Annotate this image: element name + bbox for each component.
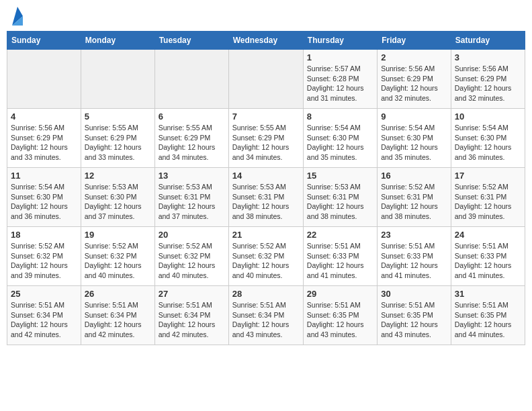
calendar-day-header: Wednesday bbox=[228, 32, 303, 50]
day-info: Sunrise: 5:57 AM Sunset: 6:28 PM Dayligh… bbox=[307, 64, 373, 103]
calendar-week-row: 25Sunrise: 5:51 AM Sunset: 6:34 PM Dayli… bbox=[7, 286, 525, 345]
calendar-header-row: SundayMondayTuesdayWednesdayThursdayFrid… bbox=[7, 32, 525, 50]
calendar-cell: 13Sunrise: 5:53 AM Sunset: 6:31 PM Dayli… bbox=[154, 168, 228, 227]
day-info: Sunrise: 5:53 AM Sunset: 6:30 PM Dayligh… bbox=[85, 182, 151, 222]
calendar-cell: 27Sunrise: 5:51 AM Sunset: 6:34 PM Dayli… bbox=[154, 286, 228, 345]
calendar-cell: 25Sunrise: 5:51 AM Sunset: 6:34 PM Dayli… bbox=[7, 286, 81, 345]
calendar-cell: 24Sunrise: 5:51 AM Sunset: 6:33 PM Dayli… bbox=[451, 227, 525, 286]
calendar-cell bbox=[81, 50, 154, 109]
day-number: 23 bbox=[381, 230, 447, 240]
day-info: Sunrise: 5:54 AM Sunset: 6:30 PM Dayligh… bbox=[381, 123, 447, 163]
calendar-cell: 29Sunrise: 5:51 AM Sunset: 6:35 PM Dayli… bbox=[303, 286, 377, 345]
calendar-cell: 11Sunrise: 5:54 AM Sunset: 6:30 PM Dayli… bbox=[7, 168, 81, 227]
day-number: 13 bbox=[159, 171, 225, 181]
day-info: Sunrise: 5:51 AM Sunset: 6:35 PM Dayligh… bbox=[381, 300, 447, 340]
calendar-cell: 3Sunrise: 5:56 AM Sunset: 6:29 PM Daylig… bbox=[451, 50, 525, 109]
calendar-week-row: 11Sunrise: 5:54 AM Sunset: 6:30 PM Dayli… bbox=[7, 168, 525, 227]
day-info: Sunrise: 5:51 AM Sunset: 6:35 PM Dayligh… bbox=[455, 300, 521, 340]
day-number: 20 bbox=[159, 230, 225, 240]
calendar-cell: 26Sunrise: 5:51 AM Sunset: 6:34 PM Dayli… bbox=[81, 286, 154, 345]
day-number: 30 bbox=[381, 289, 447, 299]
day-number: 5 bbox=[85, 111, 151, 122]
day-number: 18 bbox=[11, 230, 77, 240]
day-info: Sunrise: 5:52 AM Sunset: 6:32 PM Dayligh… bbox=[85, 241, 151, 281]
calendar-cell: 17Sunrise: 5:52 AM Sunset: 6:31 PM Dayli… bbox=[451, 168, 525, 227]
day-number: 11 bbox=[11, 171, 77, 181]
day-number: 21 bbox=[232, 230, 300, 240]
day-number: 2 bbox=[381, 52, 447, 62]
day-info: Sunrise: 5:52 AM Sunset: 6:31 PM Dayligh… bbox=[455, 182, 521, 222]
calendar-week-row: 18Sunrise: 5:52 AM Sunset: 6:32 PM Dayli… bbox=[7, 227, 525, 286]
page-header bbox=[7, 7, 525, 26]
day-number: 28 bbox=[232, 289, 300, 299]
day-number: 24 bbox=[455, 230, 521, 240]
logo bbox=[9, 7, 24, 26]
day-info: Sunrise: 5:52 AM Sunset: 6:31 PM Dayligh… bbox=[381, 182, 447, 222]
day-number: 17 bbox=[455, 171, 521, 181]
day-number: 7 bbox=[232, 111, 300, 122]
calendar-cell: 22Sunrise: 5:51 AM Sunset: 6:33 PM Dayli… bbox=[303, 227, 377, 286]
day-info: Sunrise: 5:52 AM Sunset: 6:32 PM Dayligh… bbox=[159, 241, 225, 281]
calendar-week-row: 4Sunrise: 5:56 AM Sunset: 6:29 PM Daylig… bbox=[7, 109, 525, 168]
day-info: Sunrise: 5:54 AM Sunset: 6:30 PM Dayligh… bbox=[455, 123, 521, 163]
day-info: Sunrise: 5:51 AM Sunset: 6:33 PM Dayligh… bbox=[307, 241, 373, 281]
calendar-cell: 19Sunrise: 5:52 AM Sunset: 6:32 PM Dayli… bbox=[81, 227, 154, 286]
day-number: 8 bbox=[307, 111, 373, 122]
calendar-cell: 9Sunrise: 5:54 AM Sunset: 6:30 PM Daylig… bbox=[378, 109, 451, 168]
day-info: Sunrise: 5:53 AM Sunset: 6:31 PM Dayligh… bbox=[159, 182, 225, 222]
calendar-day-header: Friday bbox=[378, 32, 451, 50]
day-number: 9 bbox=[381, 111, 447, 122]
calendar-cell bbox=[228, 50, 303, 109]
day-number: 26 bbox=[85, 289, 151, 299]
calendar-cell: 15Sunrise: 5:53 AM Sunset: 6:31 PM Dayli… bbox=[303, 168, 377, 227]
calendar-cell: 18Sunrise: 5:52 AM Sunset: 6:32 PM Dayli… bbox=[7, 227, 81, 286]
day-number: 22 bbox=[307, 230, 373, 240]
calendar-cell: 12Sunrise: 5:53 AM Sunset: 6:30 PM Dayli… bbox=[81, 168, 154, 227]
calendar-cell: 23Sunrise: 5:51 AM Sunset: 6:33 PM Dayli… bbox=[378, 227, 451, 286]
calendar-day-header: Tuesday bbox=[154, 32, 228, 50]
day-number: 16 bbox=[381, 171, 447, 181]
day-number: 19 bbox=[85, 230, 151, 240]
calendar-day-header: Saturday bbox=[451, 32, 525, 50]
calendar-day-header: Thursday bbox=[303, 32, 377, 50]
day-number: 12 bbox=[85, 171, 151, 181]
calendar-cell: 21Sunrise: 5:52 AM Sunset: 6:32 PM Dayli… bbox=[228, 227, 303, 286]
calendar-cell: 14Sunrise: 5:53 AM Sunset: 6:31 PM Dayli… bbox=[228, 168, 303, 227]
calendar-cell: 28Sunrise: 5:51 AM Sunset: 6:34 PM Dayli… bbox=[228, 286, 303, 345]
day-info: Sunrise: 5:55 AM Sunset: 6:29 PM Dayligh… bbox=[85, 123, 151, 163]
day-number: 27 bbox=[159, 289, 225, 299]
calendar-cell: 8Sunrise: 5:54 AM Sunset: 6:30 PM Daylig… bbox=[303, 109, 377, 168]
day-info: Sunrise: 5:51 AM Sunset: 6:33 PM Dayligh… bbox=[381, 241, 447, 281]
day-info: Sunrise: 5:52 AM Sunset: 6:32 PM Dayligh… bbox=[11, 241, 77, 281]
logo-icon bbox=[11, 7, 24, 26]
calendar-cell: 7Sunrise: 5:55 AM Sunset: 6:29 PM Daylig… bbox=[228, 109, 303, 168]
day-number: 6 bbox=[159, 111, 225, 122]
calendar-cell: 16Sunrise: 5:52 AM Sunset: 6:31 PM Dayli… bbox=[378, 168, 451, 227]
day-number: 1 bbox=[307, 52, 373, 62]
calendar-cell bbox=[154, 50, 228, 109]
calendar-cell: 30Sunrise: 5:51 AM Sunset: 6:35 PM Dayli… bbox=[378, 286, 451, 345]
day-number: 10 bbox=[455, 111, 521, 122]
day-number: 3 bbox=[455, 52, 521, 62]
day-info: Sunrise: 5:51 AM Sunset: 6:34 PM Dayligh… bbox=[232, 300, 300, 340]
calendar-table: SundayMondayTuesdayWednesdayThursdayFrid… bbox=[7, 31, 525, 345]
calendar-week-row: 1Sunrise: 5:57 AM Sunset: 6:28 PM Daylig… bbox=[7, 50, 525, 109]
day-info: Sunrise: 5:56 AM Sunset: 6:29 PM Dayligh… bbox=[381, 64, 447, 103]
day-number: 29 bbox=[307, 289, 373, 299]
calendar-cell: 4Sunrise: 5:56 AM Sunset: 6:29 PM Daylig… bbox=[7, 109, 81, 168]
day-info: Sunrise: 5:51 AM Sunset: 6:34 PM Dayligh… bbox=[11, 300, 77, 340]
day-info: Sunrise: 5:55 AM Sunset: 6:29 PM Dayligh… bbox=[232, 123, 300, 163]
day-number: 15 bbox=[307, 171, 373, 181]
day-number: 4 bbox=[11, 111, 77, 122]
day-info: Sunrise: 5:56 AM Sunset: 6:29 PM Dayligh… bbox=[455, 64, 521, 103]
calendar-cell bbox=[7, 50, 81, 109]
day-info: Sunrise: 5:55 AM Sunset: 6:29 PM Dayligh… bbox=[159, 123, 225, 163]
calendar-cell: 1Sunrise: 5:57 AM Sunset: 6:28 PM Daylig… bbox=[303, 50, 377, 109]
day-info: Sunrise: 5:53 AM Sunset: 6:31 PM Dayligh… bbox=[232, 182, 300, 222]
day-info: Sunrise: 5:51 AM Sunset: 6:34 PM Dayligh… bbox=[159, 300, 225, 340]
calendar-cell: 2Sunrise: 5:56 AM Sunset: 6:29 PM Daylig… bbox=[378, 50, 451, 109]
calendar-cell: 6Sunrise: 5:55 AM Sunset: 6:29 PM Daylig… bbox=[154, 109, 228, 168]
day-info: Sunrise: 5:51 AM Sunset: 6:34 PM Dayligh… bbox=[85, 300, 151, 340]
day-info: Sunrise: 5:54 AM Sunset: 6:30 PM Dayligh… bbox=[11, 182, 77, 222]
day-number: 31 bbox=[455, 289, 521, 299]
